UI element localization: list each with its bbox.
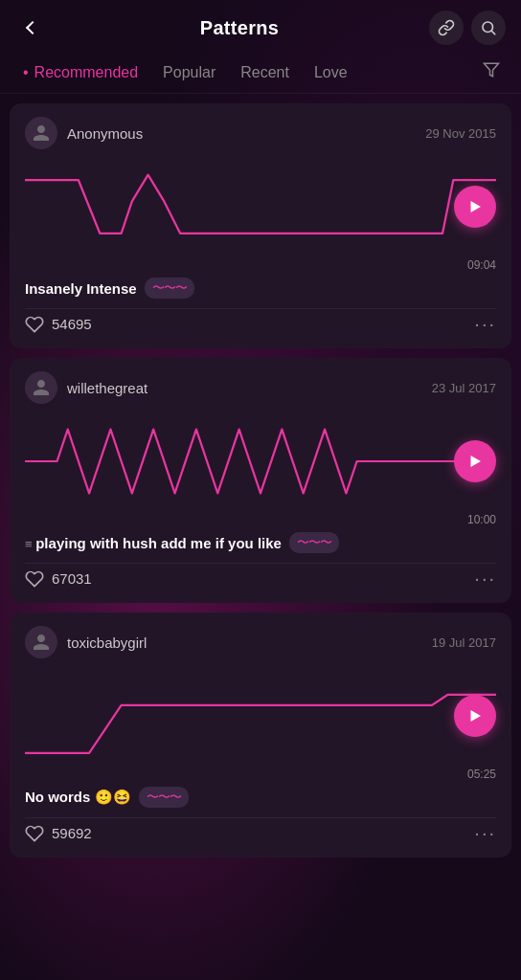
username-3: toxicbabygirl [67, 635, 147, 651]
link-button[interactable] [429, 11, 464, 45]
play-icon-2 [466, 453, 484, 470]
svg-line-1 [491, 31, 494, 33]
like-count-3: 59692 [52, 825, 92, 841]
waveform-svg-3 [25, 668, 496, 764]
svg-marker-4 [471, 456, 482, 467]
waveform-1: 09:04 [25, 159, 496, 255]
user-icon-3 [32, 633, 51, 652]
wave-badge-1: 〜〜〜 [145, 278, 194, 299]
like-count-1: 54695 [52, 316, 92, 332]
card-title-prefix-2: ≡ [25, 537, 35, 551]
like-count-2: 67031 [52, 570, 92, 587]
card-title-row-2: ≡ playing with hush add me if you like 〜… [25, 532, 496, 553]
play-button-2[interactable] [454, 440, 496, 482]
username-1: Anonymous [67, 125, 143, 142]
play-button-1[interactable] [454, 186, 496, 228]
waveform-svg-2 [25, 413, 496, 509]
card-date-3: 19 Jul 2017 [432, 635, 496, 650]
search-button[interactable] [471, 11, 506, 45]
card-user-1: Anonymous [25, 117, 143, 149]
card-user-3: toxicbabygirl [25, 626, 147, 658]
header-actions [429, 11, 506, 45]
card-footer-3: 59692 ··· [25, 817, 496, 844]
duration-1: 09:04 [454, 258, 496, 272]
duration-3: 05:25 [454, 768, 496, 781]
tab-popular[interactable]: Popular [153, 58, 225, 87]
user-icon-1 [32, 123, 51, 143]
card-title-1: Insanely Intense [25, 280, 137, 297]
like-row-2: 67031 [25, 569, 92, 589]
heart-icon-1[interactable] [25, 315, 44, 334]
tab-recommended[interactable]: Recommended [13, 58, 147, 87]
page-title: Patterns [200, 17, 279, 39]
waveform-svg-1 [25, 159, 496, 255]
svg-marker-3 [471, 201, 482, 212]
card-footer-2: 67031 ··· [25, 563, 496, 590]
card-title-row-1: Insanely Intense 〜〜〜 [25, 278, 496, 299]
card-header-3: toxicbabygirl 19 Jul 2017 [25, 626, 496, 658]
card-footer-1: 54695 ··· [25, 308, 496, 335]
more-button-3[interactable]: ··· [474, 822, 496, 844]
tab-recent[interactable]: Recent [231, 58, 299, 87]
username-2: willethegreat [67, 380, 147, 396]
search-icon [480, 19, 497, 36]
avatar-2 [25, 371, 57, 404]
heart-icon-2[interactable] [25, 569, 44, 589]
card-date-1: 29 Nov 2015 [425, 126, 496, 141]
avatar-1 [25, 117, 57, 149]
card-header-1: Anonymous 29 Nov 2015 [25, 117, 496, 149]
pattern-card-3: toxicbabygirl 19 Jul 2017 05:25 No words… [10, 612, 511, 858]
play-icon-1 [466, 198, 484, 215]
pattern-card-2: willethegreat 23 Jul 2017 10:00 ≡ playin… [10, 358, 511, 603]
waveform-3: 05:25 [25, 668, 496, 764]
heart-icon-3[interactable] [25, 824, 44, 843]
play-button-3[interactable] [454, 695, 496, 737]
waveform-2: 10:00 [25, 413, 496, 509]
link-icon [438, 19, 455, 36]
card-title-3: No words 🙂😆 [25, 789, 131, 806]
like-row-3: 59692 [25, 824, 92, 843]
play-icon-3 [466, 707, 484, 724]
wave-badge-inner-1: 〜〜〜 [152, 279, 187, 297]
filter-icon [483, 61, 500, 78]
tab-love[interactable]: Love [305, 58, 357, 87]
back-icon [26, 21, 39, 34]
card-date-2: 23 Jul 2017 [432, 381, 496, 395]
header: Patterns [0, 0, 521, 52]
card-title-2: ≡ playing with hush add me if you like [25, 535, 282, 551]
filter-button[interactable] [475, 57, 508, 87]
wave-badge-2: 〜〜〜 [289, 532, 339, 553]
wave-badge-3: 〜〜〜 [139, 787, 189, 808]
svg-marker-5 [471, 710, 482, 722]
user-icon-2 [32, 378, 51, 397]
svg-marker-2 [485, 63, 499, 77]
tab-bar: Recommended Popular Recent Love [0, 52, 521, 94]
pattern-card-1: Anonymous 29 Nov 2015 09:04 Insanely Int… [10, 103, 511, 348]
wave-badge-inner-3: 〜〜〜 [147, 789, 181, 806]
card-user-2: willethegreat [25, 371, 147, 404]
more-button-1[interactable]: ··· [474, 313, 496, 335]
more-button-2[interactable]: ··· [474, 568, 496, 590]
wave-badge-inner-2: 〜〜〜 [297, 534, 331, 551]
like-row-1: 54695 [25, 315, 92, 334]
back-button[interactable] [15, 11, 50, 45]
card-title-row-3: No words 🙂😆 〜〜〜 [25, 787, 496, 808]
pattern-list: Anonymous 29 Nov 2015 09:04 Insanely Int… [0, 94, 521, 873]
duration-2: 10:00 [454, 513, 496, 526]
avatar-3 [25, 626, 57, 658]
card-header-2: willethegreat 23 Jul 2017 [25, 371, 496, 404]
